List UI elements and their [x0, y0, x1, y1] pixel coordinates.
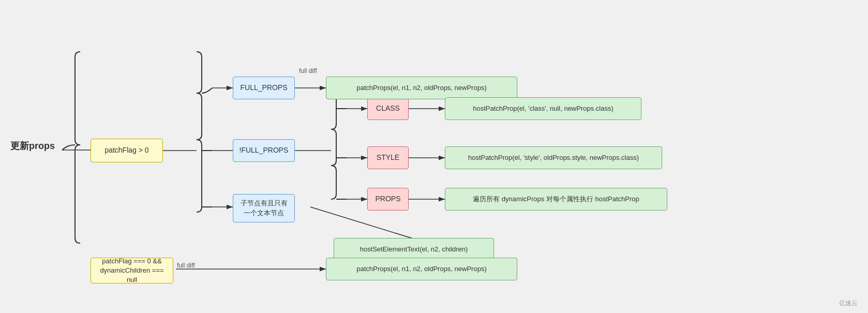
child-text-node-box: 子节点有且只有 一个文本节点: [233, 194, 295, 222]
full-diff-label-2: full diff: [177, 262, 194, 269]
result-style: hostPatchProp(el, 'style', oldProps.styl…: [445, 146, 662, 169]
class-box: CLASS: [367, 97, 409, 120]
patch-flag-eq0-box: patchFlag === 0 && dynamicChildren === n…: [91, 258, 173, 284]
watermark: 亿速云: [839, 299, 858, 308]
style-box: STYLE: [367, 146, 409, 169]
patch-flag-gt0-box: patchFlag > 0: [91, 139, 163, 162]
result-class: hostPatchProp(el, 'class', null, newProp…: [445, 97, 641, 120]
diagram-container: 更新props patchFlag > 0 FULL_PROPS full di…: [0, 0, 868, 313]
result-full-props: patchProps(el, n1, n2, oldProps, newProp…: [326, 77, 517, 99]
full-diff-label-1: full diff: [299, 67, 317, 74]
not-full-props-box: !FULL_PROPS: [233, 139, 295, 162]
props-box: PROPS: [367, 188, 409, 211]
root-label: 更新props: [10, 140, 55, 152]
result-patch0: patchProps(el, n1, n2, oldProps, newProp…: [326, 258, 517, 280]
full-props-box: FULL_PROPS: [233, 77, 295, 99]
result-props: 遍历所有 dynamicProps 对每个属性执行 hostPatchProp: [445, 188, 667, 211]
